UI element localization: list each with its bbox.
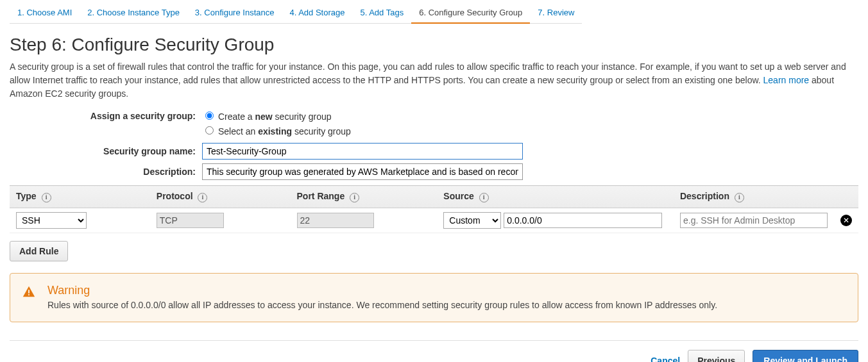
sg-desc-label: Description: <box>10 167 202 177</box>
cancel-link[interactable]: Cancel <box>651 356 680 363</box>
tab-review[interactable]: 7. Review <box>530 3 582 24</box>
info-icon[interactable]: i <box>735 193 744 202</box>
info-icon[interactable]: i <box>198 193 207 202</box>
svg-rect-0 <box>28 290 30 293</box>
sg-name-label: Security group name: <box>10 146 202 156</box>
rule-port-input <box>297 213 374 228</box>
col-description: Description <box>680 191 729 201</box>
rule-cidr-input[interactable] <box>504 213 662 228</box>
rule-type-select[interactable]: SSH <box>16 212 87 229</box>
sg-name-input[interactable] <box>202 143 523 160</box>
tab-choose-instance-type[interactable]: 2. Choose Instance Type <box>80 3 187 24</box>
tab-configure-security-group[interactable]: 6. Configure Security Group <box>411 3 530 24</box>
svg-rect-1 <box>28 294 30 295</box>
info-icon[interactable]: i <box>350 193 359 202</box>
rule-protocol-input <box>157 213 224 228</box>
radio-select-existing[interactable] <box>205 126 214 135</box>
rules-table: Type i Protocol i Port Range i Source i … <box>10 185 858 233</box>
warning-title: Warning <box>47 284 717 297</box>
intro-part-1: A security group is a set of firewall ru… <box>10 62 846 85</box>
radio-create-new-label: Create a new security group <box>218 111 332 122</box>
table-row: SSH Custom ✕ <box>10 208 858 233</box>
radio-select-pre: Select an <box>218 126 258 136</box>
radio-select-existing-label: Select an existing security group <box>218 126 351 136</box>
intro-text: A security group is a set of firewall ru… <box>10 60 858 101</box>
tab-add-tags[interactable]: 5. Add Tags <box>352 3 411 24</box>
warning-icon <box>22 285 36 310</box>
tab-configure-instance[interactable]: 3. Configure Instance <box>187 3 282 24</box>
add-rule-button[interactable]: Add Rule <box>10 241 68 261</box>
info-icon[interactable]: i <box>42 193 51 202</box>
page-title: Step 6: Configure Security Group <box>10 35 858 55</box>
radio-select-bold: existing <box>258 126 292 136</box>
radio-create-pre: Create a <box>218 111 255 122</box>
sg-desc-input[interactable] <box>202 163 523 180</box>
wizard-tabs: 1. Choose AMI 2. Choose Instance Type 3.… <box>10 3 858 24</box>
radio-select-post: security group <box>292 126 351 136</box>
remove-rule-icon[interactable]: ✕ <box>840 215 852 226</box>
warning-box: Warning Rules with source of 0.0.0.0/0 a… <box>10 273 858 322</box>
radio-create-new[interactable] <box>205 111 214 120</box>
rule-desc-input[interactable] <box>680 213 828 228</box>
col-protocol: Protocol <box>157 191 193 201</box>
warning-text: Rules with source of 0.0.0.0/0 allow all… <box>47 300 717 310</box>
previous-button[interactable]: Previous <box>688 350 745 363</box>
review-and-launch-button[interactable]: Review and Launch <box>753 350 858 363</box>
radio-create-post: security group <box>273 111 332 122</box>
col-port: Port Range <box>297 191 345 201</box>
assign-sg-label: Assign a security group: <box>10 111 202 121</box>
tab-choose-ami[interactable]: 1. Choose AMI <box>10 3 80 24</box>
col-type: Type <box>16 191 37 201</box>
footer-bar: Cancel Previous Review and Launch <box>10 340 858 363</box>
info-icon[interactable]: i <box>479 193 489 202</box>
rule-source-select[interactable]: Custom <box>443 212 501 229</box>
learn-more-link[interactable]: Learn more <box>763 75 810 85</box>
radio-create-bold: new <box>255 111 272 122</box>
col-source: Source <box>443 191 473 201</box>
tab-add-storage[interactable]: 4. Add Storage <box>282 3 352 24</box>
